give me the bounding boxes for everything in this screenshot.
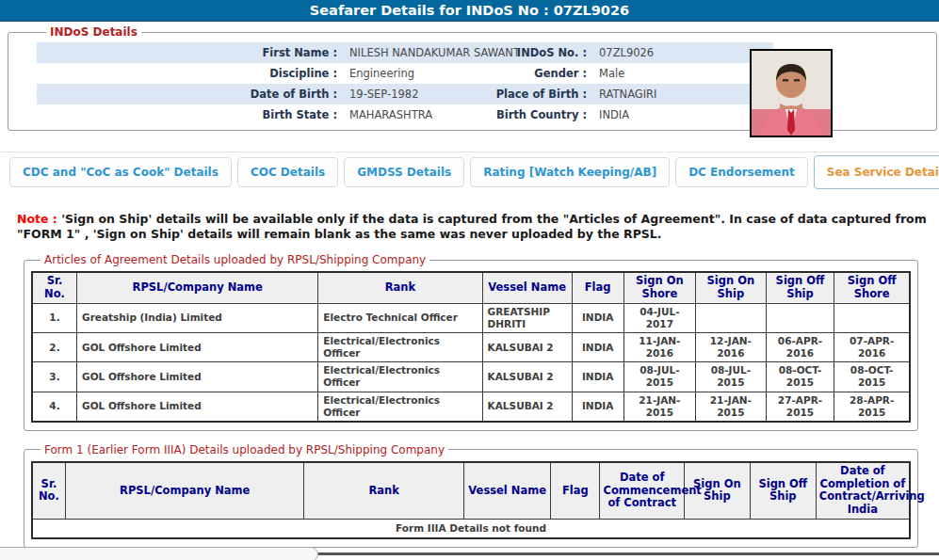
indos-field-row: Discipline :EngineeringGender :Male bbox=[37, 63, 773, 84]
column-header-vessel-name: Vessel Name bbox=[482, 272, 572, 303]
table-cell: 06-APR-2016 bbox=[766, 333, 834, 362]
form1-empty-row: Form IIIA Details not found bbox=[32, 520, 910, 538]
field-label: Discipline : bbox=[37, 67, 343, 80]
table-cell: GOL Offshore Limited bbox=[77, 362, 318, 392]
tab-coc-details[interactable]: COC Details bbox=[237, 157, 338, 187]
field-value: NILESH NANDAKUMAR SAWANT bbox=[343, 46, 451, 59]
field-label: Gender : bbox=[451, 67, 592, 80]
articles-table-header-row: Sr. No.RPSL/Company NameRankVessel NameF… bbox=[32, 272, 910, 303]
column-header-vessel-name: Vessel Name bbox=[464, 462, 551, 520]
table-cell: GOL Offshore Limited bbox=[77, 392, 318, 422]
table-cell bbox=[696, 303, 767, 332]
page-title: Seafarer Details for INDoS No : 07ZL9026 bbox=[0, 0, 939, 22]
form1-table: Sr. No.RPSL/Company NameRankVessel NameF… bbox=[31, 461, 911, 539]
table-cell: 1. bbox=[32, 303, 77, 332]
articles-of-agreement-section: Articles of Agreement Details uploaded b… bbox=[24, 253, 918, 431]
table-cell: INDIA bbox=[572, 333, 623, 362]
table-cell: 3. bbox=[32, 362, 77, 392]
table-cell: Electrical/Electronics Officer bbox=[318, 362, 482, 392]
column-header-sign-on-ship: Sign On Ship bbox=[684, 462, 750, 520]
indos-field-row: Birth State :MAHARASHTRABirth Country :I… bbox=[37, 104, 773, 125]
sign-on-ship-note: Note : 'Sign on Ship' details will be av… bbox=[17, 212, 931, 241]
tab-cdc-and-coc-as-cook-details[interactable]: CDC and "CoC as Cook" Details bbox=[9, 157, 232, 187]
field-label: Birth Country : bbox=[451, 108, 592, 121]
table-cell: 27-APR-2015 bbox=[766, 392, 834, 422]
indos-field-row: First Name :NILESH NANDAKUMAR SAWANTINDo… bbox=[37, 42, 773, 63]
indos-details-legend: INDoS Details bbox=[46, 25, 141, 39]
field-value: MAHARASHTRA bbox=[343, 108, 451, 121]
field-label: Place of Birth : bbox=[451, 88, 592, 101]
column-header-sign-on-ship: Sign On Ship bbox=[696, 272, 767, 303]
table-row: 1.Greatship (India) LimitedElectro Techn… bbox=[32, 303, 910, 332]
form1-table-body: Form IIIA Details not found bbox=[32, 520, 910, 538]
field-label: Birth State : bbox=[37, 108, 343, 121]
table-cell: 11-JAN-2016 bbox=[623, 333, 695, 362]
table-cell: 08-JUL-2015 bbox=[623, 362, 695, 392]
table-cell: 08-JUL-2015 bbox=[696, 362, 767, 392]
column-header-rank: Rank bbox=[304, 462, 464, 520]
table-cell: KALSUBAI 2 bbox=[482, 392, 572, 422]
note-text: 'Sign on Ship' details will be available… bbox=[17, 212, 927, 241]
table-cell: Electrical/Electronics Officer bbox=[318, 392, 482, 422]
table-cell: 4. bbox=[32, 392, 77, 422]
table-cell: KALSUBAI 2 bbox=[482, 333, 572, 362]
column-header-rpsl-company-name: RPSL/Company Name bbox=[77, 272, 318, 303]
field-label: First Name : bbox=[37, 46, 343, 59]
indos-field-row: Date of Birth :19-SEP-1982Place of Birth… bbox=[37, 84, 773, 104]
table-row: 2.GOL Offshore LimitedElectrical/Electro… bbox=[32, 333, 910, 362]
column-header-sign-off-shore: Sign Off Shore bbox=[834, 272, 910, 303]
note-label: Note : bbox=[17, 212, 61, 226]
articles-section-legend: Articles of Agreement Details uploaded b… bbox=[40, 253, 429, 266]
column-header-sr-no: Sr. No. bbox=[32, 462, 65, 520]
horizontal-scrollbar bbox=[0, 547, 939, 560]
table-cell: Electro Technical Officer bbox=[318, 303, 482, 332]
seafarer-photo-illustration bbox=[752, 51, 831, 136]
tab-gmdss-details[interactable]: GMDSS Details bbox=[344, 157, 464, 187]
column-header-sign-on-shore: Sign On Shore bbox=[623, 272, 695, 303]
form1-section: Form 1 (Earlier Form IIIA) Details uploa… bbox=[24, 443, 918, 548]
horizontal-scrollbar-thumb[interactable] bbox=[0, 547, 318, 560]
field-label: Date of Birth : bbox=[37, 88, 343, 101]
field-value: Engineering bbox=[343, 67, 451, 80]
table-cell: 04-JUL-2017 bbox=[623, 303, 695, 332]
table-row: 4.GOL Offshore LimitedElectrical/Electro… bbox=[32, 392, 910, 422]
field-label: INDoS No. : bbox=[451, 46, 592, 59]
table-cell: 2. bbox=[32, 333, 77, 362]
table-cell: GOL Offshore Limited bbox=[77, 333, 318, 362]
articles-table: Sr. No.RPSL/Company NameRankVessel NameF… bbox=[31, 271, 911, 423]
seafarer-photo bbox=[750, 49, 833, 137]
form1-section-legend: Form 1 (Earlier Form IIIA) Details uploa… bbox=[40, 443, 448, 456]
tab-rating-watch-keeping-ab[interactable]: Rating [Watch Keeping/AB] bbox=[470, 157, 670, 187]
table-cell: 08-OCT-2015 bbox=[766, 362, 834, 392]
table-cell: 12-JAN-2016 bbox=[696, 333, 767, 362]
field-value: Male bbox=[592, 67, 771, 80]
table-cell: Electrical/Electronics Officer bbox=[318, 333, 482, 362]
indos-details-panel: INDoS Details First Name :NILESH NANDAKU… bbox=[8, 25, 937, 131]
table-cell: GREATSHIP DHRITI bbox=[482, 303, 572, 332]
column-header-date-of-commencement-of-contract: Date of Commencement of Contract bbox=[600, 462, 684, 520]
table-cell: KALSUBAI 2 bbox=[482, 362, 572, 392]
tab-dc-endorsement[interactable]: DC Endorsement bbox=[675, 157, 808, 187]
tab-sea-service-details[interactable]: Sea Service Details bbox=[814, 155, 939, 189]
table-cell bbox=[766, 303, 834, 332]
table-cell: Greatship (India) Limited bbox=[77, 303, 318, 332]
column-header-flag: Flag bbox=[551, 462, 600, 520]
column-header-sr-no: Sr. No. bbox=[32, 272, 77, 303]
table-cell: 07-APR-2016 bbox=[834, 333, 910, 362]
column-header-sign-off-ship: Sign Off Ship bbox=[766, 272, 834, 303]
table-cell: INDIA bbox=[572, 303, 623, 332]
column-header-flag: Flag bbox=[572, 272, 623, 303]
table-cell: 21-JAN-2015 bbox=[623, 392, 695, 422]
field-value: 07ZL9026 bbox=[592, 46, 771, 59]
table-row: 3.GOL Offshore LimitedElectrical/Electro… bbox=[32, 362, 910, 392]
field-value: RATNAGIRI bbox=[592, 88, 771, 101]
form1-table-header-row: Sr. No.RPSL/Company NameRankVessel NameF… bbox=[32, 462, 910, 520]
column-header-rank: Rank bbox=[318, 272, 482, 303]
details-tab-bar: CDC and "CoC as Cook" DetailsCOC Details… bbox=[0, 152, 939, 199]
field-value: INDIA bbox=[592, 108, 771, 121]
field-value: 19-SEP-1982 bbox=[343, 88, 451, 101]
table-cell: 08-OCT-2015 bbox=[834, 362, 910, 392]
column-header-date-of-completion-of-contract-arriving-india: Date of Completion of Contract/Arriving … bbox=[816, 462, 910, 520]
column-header-sign-off-ship: Sign Off Ship bbox=[750, 462, 816, 520]
table-cell bbox=[834, 303, 910, 332]
